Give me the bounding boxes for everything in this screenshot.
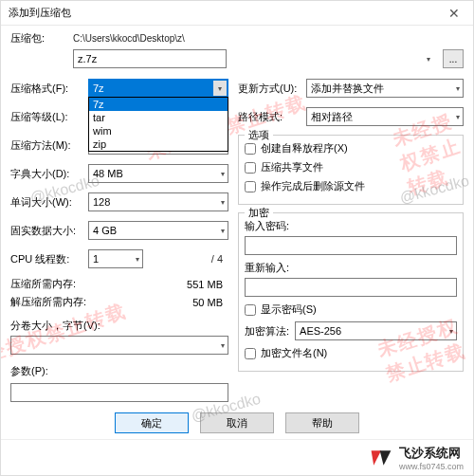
encrypt-names-checkbox[interactable]: 加密文件名(N) [245, 346, 457, 360]
format-option-tar[interactable]: tar [89, 111, 228, 124]
update-label: 更新方式(U): [238, 82, 306, 96]
options-legend: 选项 [245, 128, 273, 142]
close-icon[interactable]: ✕ [435, 1, 473, 26]
format-label: 压缩格式(F): [10, 82, 88, 96]
mem-decomp-label: 解压缩所需内存: [10, 295, 88, 309]
sfx-checkbox[interactable]: 创建自释放程序(X) [245, 141, 457, 156]
params-label: 参数(P): [10, 364, 228, 378]
mem-comp-label: 压缩所需内存: [10, 277, 88, 291]
cpu-total: / 4 [149, 253, 228, 265]
brand-url: www.fs0745.com [399, 462, 464, 471]
browse-button[interactable]: ... [443, 49, 464, 68]
chevron-down-icon: ▾ [449, 327, 453, 336]
mem-comp-value: 551 MB [88, 279, 228, 290]
dict-select[interactable]: 48 MB▾ [88, 164, 228, 183]
dict-label: 字典大小(D): [10, 167, 88, 181]
params-input[interactable] [10, 383, 228, 402]
cpu-label: CPU 线程数: [10, 252, 88, 266]
svg-marker-1 [380, 450, 392, 466]
format-option-7z[interactable]: 7z [89, 98, 228, 111]
encrypt-legend: 加密 [245, 206, 273, 220]
solid-select[interactable]: 4 GB▾ [88, 221, 228, 240]
window-title: 添加到压缩包 [9, 6, 435, 20]
chevron-down-icon: ▾ [213, 81, 227, 96]
help-button[interactable]: 帮助 [285, 412, 359, 433]
archive-filename-input[interactable] [73, 49, 227, 68]
pathmode-select[interactable]: 相对路径▾ [306, 107, 464, 126]
archive-path: C:\Users\kkocd\Desktop\z\ [73, 33, 464, 44]
chevron-down-icon[interactable]: ▾ [422, 51, 435, 66]
level-label: 压缩等级(L): [10, 110, 88, 124]
archive-label: 压缩包: [10, 31, 67, 46]
ok-button[interactable]: 确定 [115, 412, 189, 433]
mem-decomp-value: 50 MB [88, 297, 228, 308]
pwd-label: 输入密码: [245, 219, 457, 233]
chevron-down-icon: ▾ [456, 84, 460, 93]
chevron-down-icon: ▾ [456, 113, 460, 121]
chevron-down-icon: ▾ [221, 170, 225, 178]
svg-marker-0 [372, 450, 381, 466]
method-label: 压缩方法(M): [10, 138, 88, 153]
word-label: 单词大小(W): [10, 195, 88, 210]
password-confirm-input[interactable] [245, 278, 457, 297]
chevron-down-icon: ▾ [136, 255, 139, 264]
share-checkbox[interactable]: 压缩共享文件 [245, 160, 457, 174]
word-select[interactable]: 128▾ [88, 192, 228, 211]
format-select[interactable]: 7z▾ [88, 79, 228, 98]
split-label: 分卷大小，字节(V): [10, 319, 228, 333]
split-select[interactable]: ▾ [10, 336, 228, 355]
pathmode-label: 路径模式: [238, 110, 306, 124]
pwd2-label: 重新输入: [245, 261, 457, 275]
cpu-select[interactable]: 1▾ [88, 249, 143, 268]
format-option-zip[interactable]: zip [89, 137, 228, 151]
update-select[interactable]: 添加并替换文件▾ [306, 79, 464, 98]
format-dropdown[interactable]: 7z tar wim zip [88, 97, 228, 152]
chevron-down-icon: ▾ [221, 198, 225, 207]
password-input[interactable] [245, 236, 457, 255]
show-password-checkbox[interactable]: 显示密码(S) [245, 302, 457, 317]
chevron-down-icon: ▾ [221, 341, 225, 350]
delete-checkbox[interactable]: 操作完成后删除源文件 [245, 179, 457, 193]
brand-name: 飞沙系统网 [399, 445, 464, 462]
brand-logo-icon [369, 446, 393, 470]
solid-label: 固实数据大小: [10, 224, 88, 238]
cancel-button[interactable]: 取消 [200, 412, 274, 433]
chevron-down-icon: ▾ [221, 227, 225, 235]
algo-label: 加密算法: [245, 324, 289, 339]
format-option-wim[interactable]: wim [89, 124, 228, 137]
algo-select[interactable]: AES-256▾ [295, 321, 457, 340]
